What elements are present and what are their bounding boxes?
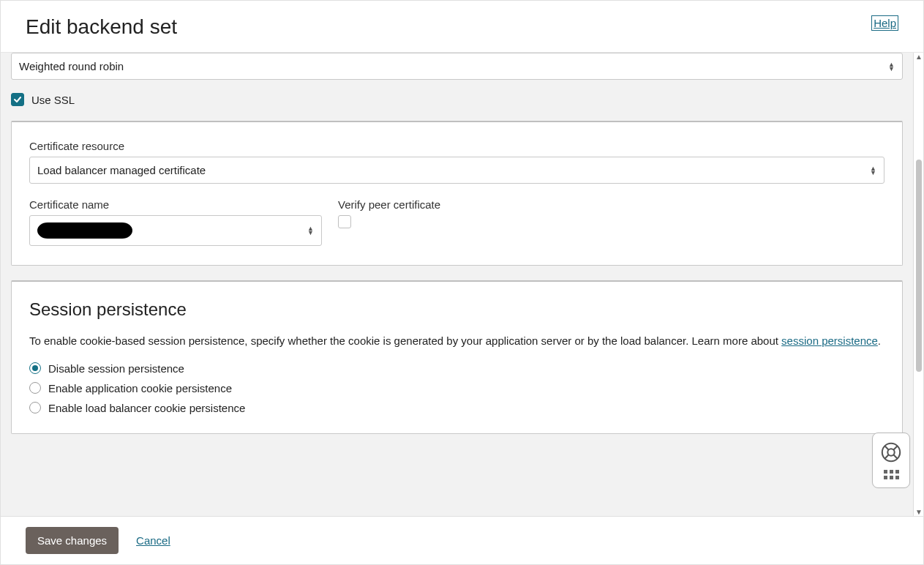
radio-label: Enable application cookie persistence: [48, 382, 232, 394]
radio-input[interactable]: [29, 362, 41, 374]
cancel-button[interactable]: Cancel: [136, 534, 170, 547]
radio-input[interactable]: [29, 402, 41, 414]
chevron-updown-icon: ▲▼: [888, 62, 895, 71]
svg-line-4: [884, 454, 889, 459]
session-persistence-doc-link[interactable]: session persistence: [781, 334, 878, 347]
scrollbar[interactable]: ▲ ▼: [913, 53, 923, 516]
cert-resource-value: Load balancer managed certificate: [37, 164, 206, 176]
session-heading: Session persistence: [29, 299, 884, 320]
radio-label: Disable session persistence: [48, 362, 184, 375]
verify-peer-label: Verify peer certificate: [338, 198, 884, 211]
certificate-panel: Certificate resource Load balancer manag…: [11, 121, 903, 266]
session-persistence-panel: Session persistence To enable cookie-bas…: [11, 280, 903, 434]
scroll-up-icon[interactable]: ▲: [915, 53, 923, 61]
session-description: To enable cookie-based session persisten…: [29, 333, 884, 349]
chevron-updown-icon: ▲▼: [870, 166, 876, 175]
policy-select[interactable]: Weighted round robin ▲▼: [11, 53, 903, 80]
help-widget[interactable]: [872, 433, 910, 488]
grid-dots-icon: [884, 470, 899, 479]
use-ssl-row[interactable]: Use SSL: [11, 93, 903, 106]
content-area: Weighted round robin ▲▼ Use SSL Certific…: [1, 53, 913, 516]
cert-name-value-redacted: [37, 222, 132, 239]
svg-line-5: [893, 454, 898, 459]
lifebuoy-icon: [880, 441, 902, 463]
radio-disable-persistence[interactable]: Disable session persistence: [29, 362, 884, 375]
radio-input[interactable]: [29, 382, 41, 394]
dialog-header: Edit backend set Help: [1, 1, 923, 53]
cert-name-label: Certificate name: [29, 198, 322, 211]
verify-peer-checkbox[interactable]: [338, 215, 351, 228]
dialog-footer: Save changes Cancel: [1, 516, 923, 564]
radio-lb-cookie-persistence[interactable]: Enable load balancer cookie persistence: [29, 402, 884, 414]
svg-line-3: [893, 446, 898, 450]
chevron-updown-icon: ▲▼: [307, 226, 314, 235]
radio-app-cookie-persistence[interactable]: Enable application cookie persistence: [29, 382, 884, 394]
save-button[interactable]: Save changes: [26, 527, 119, 554]
scrollbar-thumb[interactable]: [916, 160, 922, 372]
use-ssl-checkbox[interactable]: [11, 93, 24, 106]
page-title: Edit backend set: [26, 15, 177, 39]
svg-line-2: [884, 446, 889, 450]
policy-select-value: Weighted round robin: [19, 60, 124, 72]
scroll-down-icon[interactable]: ▼: [915, 508, 923, 516]
help-link[interactable]: Help: [871, 15, 898, 31]
cert-name-select[interactable]: ▲▼: [29, 215, 322, 246]
use-ssl-label: Use SSL: [31, 94, 75, 106]
radio-label: Enable load balancer cookie persistence: [48, 402, 245, 414]
cert-resource-select[interactable]: Load balancer managed certificate ▲▼: [29, 157, 884, 184]
cert-resource-label: Certificate resource: [29, 140, 884, 152]
